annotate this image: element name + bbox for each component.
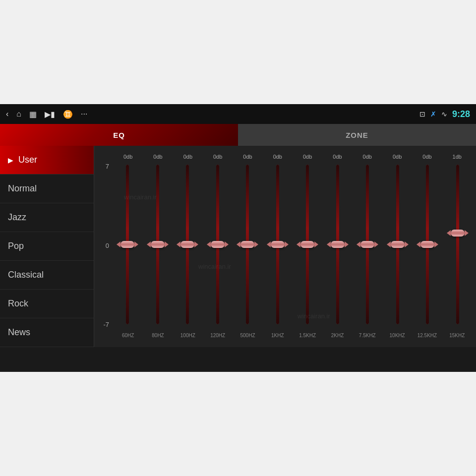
tab-zone[interactable]: ZONE — [238, 124, 476, 146]
recents-button[interactable]: ▦ — [29, 110, 37, 119]
eq-band-500HZ[interactable] — [233, 163, 262, 326]
status-indicators: ⊡ ✗ ∿ 9:28 — [419, 109, 470, 119]
device-frame: ‹ ⌂ ▦ ▶▮ ♊ ··· ⊡ ✗ ∿ 9:28 EQ ZONE ▶ User — [0, 104, 476, 372]
back-button[interactable]: ‹ — [6, 110, 8, 119]
wifi-icon: ∿ — [441, 110, 447, 118]
camera-button[interactable]: ▶▮ — [45, 110, 55, 119]
eq-band-120HZ[interactable] — [203, 163, 233, 326]
home-button[interactable]: ⌂ — [16, 110, 21, 119]
freq-label-15KHZ: 15KHZ — [442, 333, 472, 338]
eq-band-12.5KHZ[interactable] — [413, 163, 442, 326]
db-label-12.5KHZ: 0db — [412, 154, 442, 160]
sidebar-item-classical[interactable]: Classical — [0, 261, 94, 290]
freq-label-2KHZ: 2KHZ — [322, 333, 352, 338]
db-label-10KHZ: 0db — [382, 154, 412, 160]
freq-label-10KHZ: 10KHZ — [382, 333, 412, 338]
eq-band-7.5KHZ[interactable] — [353, 163, 382, 326]
db-label-15KHZ: 1db — [442, 154, 472, 160]
db-label-120HZ: 0db — [203, 154, 233, 160]
eq-band-1KHZ[interactable] — [263, 163, 293, 326]
more-button[interactable]: ··· — [81, 110, 87, 119]
nav-controls: ‹ ⌂ ▦ ▶▮ ♊ ··· — [6, 110, 87, 119]
eq-band-10KHZ[interactable] — [383, 163, 413, 326]
freq-label-500HZ: 500HZ — [233, 333, 262, 338]
cast-icon: ⊡ — [419, 110, 425, 118]
eq-band-1.5KHZ[interactable] — [293, 163, 322, 326]
freq-label-60HZ: 60HZ — [113, 333, 143, 338]
tab-eq[interactable]: EQ — [0, 124, 238, 146]
eq-band-60HZ[interactable] — [113, 163, 142, 326]
eq-band-80HZ[interactable] — [143, 163, 173, 326]
sidebar-item-normal[interactable]: Normal — [0, 175, 94, 203]
db-label-80HZ: 0db — [143, 154, 173, 160]
sidebar-item-user[interactable]: ▶ User — [0, 146, 94, 175]
eq-y-labels: 7 0 -7 — [103, 151, 113, 342]
db-labels-row: 0db0db0db0db0db0db0db0db0db0db0db1db — [113, 151, 472, 163]
sliders-row — [113, 163, 472, 326]
freq-label-1KHZ: 1KHZ — [263, 333, 293, 338]
eq-grid: 7 0 -7 0db0db0db0db0db0db0db0db0db0db0db… — [103, 151, 472, 342]
db-label-1.5KHZ: 0db — [293, 154, 322, 160]
sidebar-item-news[interactable]: News — [0, 318, 94, 347]
time-display: 9:28 — [452, 109, 470, 119]
freq-label-80HZ: 80HZ — [143, 333, 173, 338]
db-label-100HZ: 0db — [173, 154, 203, 160]
tab-bar: EQ ZONE — [0, 124, 476, 146]
freq-label-7.5KHZ: 7.5KHZ — [353, 333, 382, 338]
freq-label-1.5KHZ: 1.5KHZ — [293, 333, 322, 338]
freq-label-12.5KHZ: 12.5KHZ — [412, 333, 442, 338]
sidebar-item-pop[interactable]: Pop — [0, 232, 94, 261]
eq-band-100HZ[interactable] — [173, 163, 202, 326]
freq-label-100HZ: 100HZ — [173, 333, 203, 338]
sidebar-item-jazz[interactable]: Jazz — [0, 203, 94, 232]
eq-band-2KHZ[interactable] — [323, 163, 353, 326]
bluetooth-icon: ✗ — [430, 110, 436, 118]
db-label-500HZ: 0db — [233, 154, 262, 160]
freq-label-120HZ: 120HZ — [203, 333, 233, 338]
db-label-60HZ: 0db — [113, 154, 143, 160]
eq-area: 7 0 -7 0db0db0db0db0db0db0db0db0db0db0db… — [94, 146, 476, 347]
bag-button[interactable]: ♊ — [63, 110, 73, 119]
eq-bands-container: 0db0db0db0db0db0db0db0db0db0db0db1db 60H… — [113, 151, 472, 342]
play-icon: ▶ — [8, 156, 13, 164]
sidebar-item-rock[interactable]: Rock — [0, 290, 94, 318]
db-label-7.5KHZ: 0db — [353, 154, 382, 160]
eq-band-15KHZ[interactable] — [443, 163, 473, 326]
db-label-1KHZ: 0db — [263, 154, 293, 160]
sidebar: ▶ User Normal Jazz Pop Classical Rock Ne… — [0, 146, 94, 347]
db-label-2KHZ: 0db — [322, 154, 352, 160]
status-bar: ‹ ⌂ ▦ ▶▮ ♊ ··· ⊡ ✗ ∿ 9:28 — [0, 104, 476, 124]
main-content: ▶ User Normal Jazz Pop Classical Rock Ne… — [0, 146, 476, 347]
freq-labels-row: 60HZ80HZ100HZ120HZ500HZ1KHZ1.5KHZ2KHZ7.5… — [113, 328, 472, 342]
